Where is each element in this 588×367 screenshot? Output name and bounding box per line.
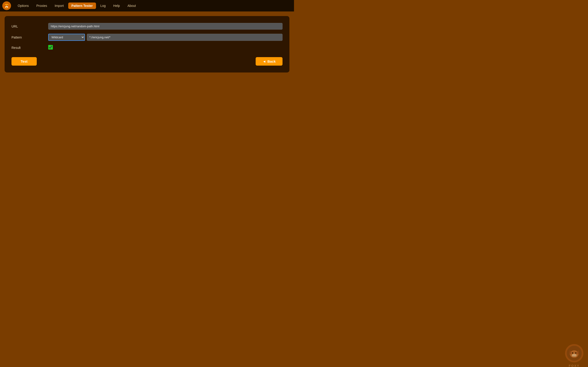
nav-help[interactable]: Help xyxy=(110,2,123,9)
back-button[interactable]: ◄ Back xyxy=(256,57,283,66)
svg-point-7 xyxy=(6,7,7,8)
url-input-wrap xyxy=(48,23,283,30)
nav-options[interactable]: Options xyxy=(15,2,32,9)
pattern-input-wrap: Wildcard RegExp Exact xyxy=(48,34,283,41)
back-icon: ◄ xyxy=(262,59,266,63)
nav-import[interactable]: Import xyxy=(52,2,67,9)
result-wrap xyxy=(48,45,283,50)
test-button[interactable]: Test xyxy=(11,57,37,66)
result-checkbox[interactable] xyxy=(48,45,53,50)
result-row: Result xyxy=(11,45,283,50)
url-input[interactable] xyxy=(48,23,283,30)
pattern-type-select[interactable]: Wildcard RegExp Exact xyxy=(48,34,85,41)
pattern-value-input[interactable] xyxy=(87,34,283,41)
url-row: URL xyxy=(11,23,283,30)
nav-proxies[interactable]: Proxies xyxy=(33,2,50,9)
nav-log[interactable]: Log xyxy=(97,2,109,9)
buttons-row: Test ◄ Back xyxy=(11,57,283,66)
pattern-row: Pattern Wildcard RegExp Exact xyxy=(11,34,283,41)
back-label: Back xyxy=(267,59,276,63)
nav-pattern-tester[interactable]: Pattern Tester xyxy=(68,2,96,9)
nav-about[interactable]: About xyxy=(124,2,139,9)
result-label: Result xyxy=(11,46,48,50)
navbar: Options Proxies Import Pattern Tester Lo… xyxy=(0,0,294,11)
svg-point-5 xyxy=(6,5,6,6)
url-label: URL xyxy=(11,25,48,28)
pattern-label: Pattern xyxy=(11,35,48,39)
pattern-tester-panel: URL Pattern Wildcard RegExp Exact Result xyxy=(5,16,289,73)
svg-point-6 xyxy=(7,5,8,6)
app-logo xyxy=(2,1,11,10)
main-content: URL Pattern Wildcard RegExp Exact Result xyxy=(0,11,294,82)
